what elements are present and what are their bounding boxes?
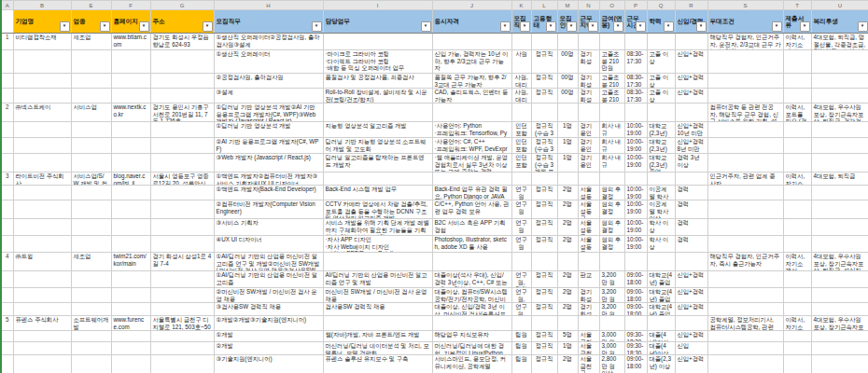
column-letter-I[interactable]: I <box>323 1 432 10</box>
cell-E-row0[interactable]: 제조업 <box>71 34 111 50</box>
cell-E-row1[interactable] <box>71 50 111 74</box>
cell-Q-row11[interactable]: 학사 이상 <box>647 219 675 236</box>
cell-H-row16[interactable]: ③검사용SW 경력직 채용 <box>214 303 323 316</box>
cell-H-row12[interactable]: ④UX UI 디자이너 <box>214 236 323 253</box>
cell-E-row17[interactable]: 소프트웨어개발 <box>71 316 111 331</box>
cell-I-row11[interactable]: 서비스 개발을 위해 기획 단계 개발 레벨까지 구체화하여 필요한 기능들을 … <box>323 219 432 236</box>
cell-T-row0[interactable]: 이력서, 자기소개서 <box>783 34 811 50</box>
cell-U-row20[interactable] <box>811 355 868 373</box>
cell-R-row1[interactable]: 신입+경력 <box>675 50 707 74</box>
row-number-cell[interactable] <box>1 331 13 342</box>
cell-H-row20[interactable]: ③기술지원(엔지니어) <box>214 355 323 373</box>
cell-I-row19[interactable]: 머신러닝/딥러닝 데이터분석 및 처리, 모델튜닝, 모델 경량화 <box>323 342 432 355</box>
cell-U-row14[interactable] <box>811 271 868 288</box>
cell-N-row10[interactable]: 서울 성동구 <box>578 200 599 219</box>
cell-S-row7[interactable] <box>707 154 783 173</box>
header-cell-H[interactable]: 모집직무▼ <box>214 10 323 34</box>
cell-K-row0[interactable] <box>511 34 531 50</box>
cell-F-row13[interactable]: twim21.com/kor/main <box>111 253 150 271</box>
row-number-cell[interactable]: 2 <box>1 104 13 122</box>
cell-G-row17[interactable]: 서울특별시 금천구 디지털로 121, 503호~504호(가산동, 에이스가산… <box>150 316 214 331</box>
cell-L-row5[interactable]: 정규직 (수습 3개월 포함) <box>531 122 557 138</box>
cell-O-row2[interactable]: 고졸초봉 210만원 (경력자) <box>599 74 624 89</box>
cell-H-row1[interactable]: ①생산직 오퍼레이터 <box>214 50 323 74</box>
cell-T-row6[interactable] <box>783 138 811 154</box>
cell-K-row20[interactable]: 팀원 <box>511 355 531 373</box>
cell-O-row14[interactable]: 3,200만 원 <box>599 271 624 288</box>
cell-G-row6[interactable] <box>150 138 214 154</box>
cell-K-row14[interactable]: 연구원, 팀원 <box>511 271 531 288</box>
cell-E-row19[interactable] <box>71 342 111 355</box>
cell-U-row13[interactable]: 4대보험, 우수사원포상, 장기근속자포상, 퇴직금, 성실지원, 각종행사 <box>811 253 868 271</box>
cell-Q-row6[interactable]: 대학교(2,3년)졸업 <box>647 138 675 154</box>
cell-U-row18[interactable] <box>811 331 868 342</box>
header-cell-T[interactable]: 제출서류▼ <box>783 10 811 34</box>
cell-S-row16[interactable] <box>707 303 783 316</box>
cell-U-row12[interactable] <box>811 236 868 253</box>
cell-K-row3[interactable]: 사원, 대리 <box>511 89 531 104</box>
cell-S-row6[interactable] <box>707 138 783 154</box>
cell-O-row5[interactable]: 회사 내규 <box>599 122 624 138</box>
cell-K-row6[interactable]: 인턴 포함 <box>511 138 531 154</box>
cell-Q-row4[interactable] <box>647 104 675 122</box>
cell-G-row7[interactable] <box>150 154 214 173</box>
header-cell-S[interactable]: 우대조건▼ <box>707 10 783 34</box>
header-cell-I[interactable]: 담당업무▼ <box>323 10 432 34</box>
column-letter-H[interactable]: H <box>214 1 323 10</box>
filter-dropdown-icon[interactable]: ▼ <box>567 21 577 32</box>
cell-L-row0[interactable] <box>531 34 557 50</box>
header-cell-N[interactable]: 근무지역▼ <box>578 10 599 34</box>
cell-R-row17[interactable] <box>675 316 707 331</box>
cell-J-row8[interactable] <box>432 173 511 186</box>
cell-T-row15[interactable] <box>783 288 811 303</box>
cell-M-row6[interactable]: 1명 <box>557 138 578 154</box>
cell-T-row11[interactable] <box>783 219 811 236</box>
row-number-cell[interactable] <box>1 342 13 355</box>
cell-R-row18[interactable]: 신입+경력 <box>675 331 707 342</box>
cell-K-row4[interactable] <box>511 104 531 122</box>
cell-E-row8[interactable]: 서비스업/S/W 개발 및 컴퓨터 프로그래밍 <box>71 173 111 186</box>
row-number-cell[interactable] <box>1 355 13 373</box>
cell-T-row1[interactable] <box>783 50 811 74</box>
cell-Q-row16[interactable]: 대학교(4년) 졸업 <box>647 303 675 316</box>
cell-J-row12[interactable]: Photoshop, Illustrator, sketch, adobe XD… <box>432 236 511 253</box>
cell-K-row5[interactable]: 인턴 포함 <box>511 122 531 138</box>
row-number-cell[interactable] <box>1 186 13 200</box>
cell-Q-row5[interactable]: 대학교(2,3년)졸업 <box>647 122 675 138</box>
cell-R-row7[interactable]: 경력 3년 이상 <box>675 154 707 173</box>
cell-U-row7[interactable] <box>811 154 868 173</box>
cell-J-row14[interactable]: 대졸이상(석사 우대), 신입/경력 3년이상, C++, C# 또는 pyth… <box>432 271 511 288</box>
cell-K-row2[interactable]: 사원, 대리 <box>511 74 531 89</box>
cell-O-row17[interactable] <box>599 316 624 331</box>
cell-M-row17[interactable] <box>557 316 578 331</box>
filter-dropdown-icon[interactable]: ▼ <box>500 21 511 32</box>
cell-O-row4[interactable] <box>599 104 624 122</box>
cell-L-row19[interactable]: 정규직 <box>531 342 557 355</box>
cell-U-row19[interactable] <box>811 342 868 355</box>
cell-P-row20[interactable]: 09:00-18:00 <box>624 355 647 373</box>
cell-M-row2[interactable]: 00명 <box>557 74 578 89</box>
cell-S-row4[interactable]: 컴퓨터공학 등 관련 전공자, 해당직무 근무 경험, 신규 서비스를 위한 기… <box>707 104 783 122</box>
cell-H-row2[interactable]: ②공정검사원, 출하검사원 <box>214 74 323 89</box>
cell-L-row6[interactable]: 정규직 (수습 3개월 포함) <box>531 138 557 154</box>
cell-T-row10[interactable] <box>783 200 811 219</box>
cell-P-row10[interactable]: 10:00-19:00 <box>624 200 647 219</box>
header-cell-U[interactable]: 복리후생▼ <box>811 10 868 34</box>
cell-J-row0[interactable] <box>432 34 511 50</box>
cell-S-row13[interactable]: 해당직무 경험자, 인근거주자, 즉시 출근가능자 <box>707 253 783 271</box>
cell-S-row2[interactable] <box>707 74 783 89</box>
cell-L-row3[interactable]: 정규직 <box>531 89 557 104</box>
row-number-cell[interactable] <box>1 138 13 154</box>
cell-I-row3[interactable]: Roll-to-Roll 장비설계, 설비제작 및 시운전(코팅/건조/합지) <box>323 89 432 104</box>
cell-P-row8[interactable] <box>624 173 647 186</box>
column-letter-P[interactable]: P <box>624 1 647 10</box>
cell-F-row10[interactable] <box>111 200 150 219</box>
cell-S-row12[interactable] <box>707 236 783 253</box>
cell-B-row20[interactable] <box>13 355 71 373</box>
cell-I-row8[interactable] <box>323 173 432 186</box>
cell-M-row7[interactable]: 1명 <box>557 154 578 173</box>
filter-dropdown-icon[interactable]: ▼ <box>664 21 674 32</box>
cell-Q-row18[interactable]: 대졸(4년)이상 <box>647 331 675 342</box>
cell-N-row6[interactable]: 경기 용인 <box>578 138 599 154</box>
cell-S-row19[interactable] <box>707 342 783 355</box>
